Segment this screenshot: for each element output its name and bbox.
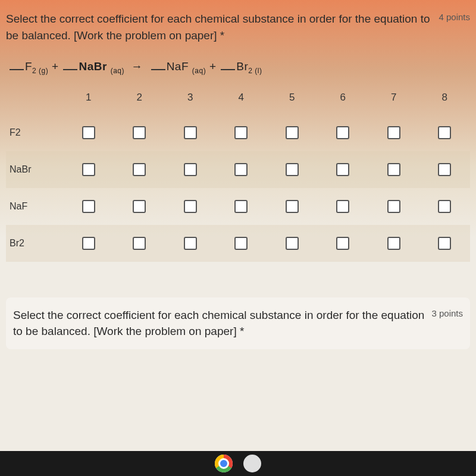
grid-row-nabr: NaBr	[6, 151, 470, 188]
checkbox[interactable]	[438, 126, 451, 139]
checkbox[interactable]	[82, 200, 95, 213]
grid-row-br2: Br2	[6, 225, 470, 262]
checkbox[interactable]	[387, 163, 400, 176]
blank-coef	[151, 69, 165, 70]
col-header: 4	[216, 92, 267, 104]
question-text: Select the correct coefficient for each …	[13, 307, 427, 340]
checkbox[interactable]	[286, 163, 299, 176]
blank-coef	[10, 69, 24, 70]
checkbox[interactable]	[133, 237, 146, 250]
row-label: NaBr	[6, 164, 63, 175]
row-label: F2	[6, 127, 63, 138]
checkbox[interactable]	[286, 237, 299, 250]
checkbox[interactable]	[336, 163, 349, 176]
app-icon[interactable]	[243, 455, 261, 472]
checkbox[interactable]	[438, 163, 451, 176]
checkbox[interactable]	[336, 237, 349, 250]
col-header: 6	[318, 92, 369, 104]
checkbox[interactable]	[133, 200, 146, 213]
checkbox[interactable]	[286, 126, 299, 139]
col-header: 7	[368, 92, 419, 104]
coefficient-grid: 1 2 3 4 5 6 7 8 F2 NaBr	[6, 86, 470, 262]
checkbox[interactable]	[133, 163, 146, 176]
checkbox[interactable]	[184, 163, 197, 176]
question-card-2: Select the correct coefficient for each …	[6, 298, 470, 349]
checkbox[interactable]	[184, 237, 197, 250]
checkbox[interactable]	[82, 163, 95, 176]
question-header: Select the correct coefficient for each …	[6, 11, 470, 43]
col-header: 2	[114, 92, 165, 104]
question-card-1: Select the correct coefficient for each …	[0, 0, 476, 355]
checkbox[interactable]	[438, 237, 451, 250]
grid-row-f2: F2	[6, 114, 470, 151]
question-points: 4 points	[439, 12, 470, 22]
col-header: 5	[267, 92, 318, 104]
row-label: Br2	[6, 238, 63, 249]
chemical-equation: F2 (g) + NaBr (aq) → NaF (aq) + Br2 (l)	[8, 60, 470, 75]
question-points: 3 points	[431, 308, 463, 318]
col-header: 8	[419, 92, 471, 104]
checkbox[interactable]	[387, 237, 400, 250]
blank-coef	[63, 69, 77, 70]
checkbox[interactable]	[234, 126, 248, 139]
checkbox[interactable]	[438, 200, 451, 213]
grid-row-naf: NaF	[6, 188, 470, 225]
checkbox[interactable]	[133, 126, 146, 139]
checkbox[interactable]	[82, 237, 95, 250]
checkbox[interactable]	[234, 163, 248, 176]
checkbox[interactable]	[336, 200, 349, 213]
checkbox[interactable]	[184, 126, 197, 139]
checkbox[interactable]	[286, 200, 299, 213]
col-header: 1	[63, 92, 114, 104]
checkbox[interactable]	[82, 126, 95, 139]
grid-header: 1 2 3 4 5 6 7 8	[6, 86, 470, 109]
question-text: Select the correct coefficient for each …	[6, 11, 434, 43]
checkbox[interactable]	[184, 200, 197, 213]
checkbox[interactable]	[336, 126, 349, 139]
row-label: NaF	[6, 201, 63, 212]
checkbox[interactable]	[387, 200, 400, 213]
checkbox[interactable]	[234, 237, 248, 250]
checkbox[interactable]	[387, 126, 400, 139]
blank-coef	[221, 69, 235, 70]
taskbar	[0, 451, 476, 476]
chrome-icon[interactable]	[215, 455, 233, 472]
question-header: Select the correct coefficient for each …	[13, 307, 463, 340]
col-header: 3	[165, 92, 216, 104]
checkbox[interactable]	[234, 200, 248, 213]
